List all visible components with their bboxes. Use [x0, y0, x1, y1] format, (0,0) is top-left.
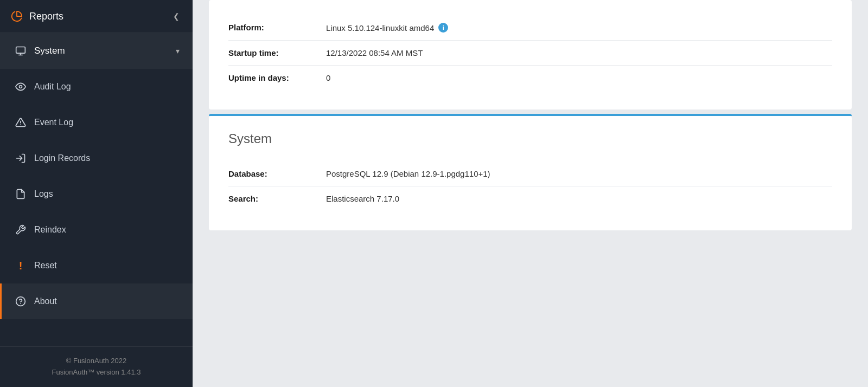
startup-time-label: Startup time: [228, 48, 326, 57]
sidebar-item-event-log-label: Event Log [34, 118, 180, 127]
sidebar: Reports ❮ System ▾ A [0, 0, 193, 387]
sidebar-item-reindex-label: Reindex [34, 225, 180, 235]
platform-row: Platform: Linux 5.10.124-linuxkit amd64 … [228, 15, 832, 41]
lower-card-wrapper: System Database: PostgreSQL 12.9 (Debian… [209, 114, 852, 230]
upper-card: Platform: Linux 5.10.124-linuxkit amd64 … [209, 0, 852, 109]
sidebar-item-logs[interactable]: Logs [0, 176, 193, 212]
startup-time-row: Startup time: 12/13/2022 08:54 AM MST [228, 41, 832, 66]
startup-time-value: 12/13/2022 08:54 AM MST [326, 48, 423, 57]
uptime-value: 0 [326, 73, 330, 82]
search-row: Search: Elasticsearch 7.17.0 [228, 186, 832, 211]
sidebar-item-audit-log-label: Audit Log [34, 82, 180, 92]
sidebar-nav: System ▾ Audit Log Event Log [0, 33, 193, 346]
sidebar-item-event-log[interactable]: Event Log [0, 105, 193, 140]
sidebar-item-about[interactable]: About [0, 283, 193, 319]
platform-value: Linux 5.10.124-linuxkit amd64 i [326, 23, 448, 33]
file-icon [15, 188, 27, 200]
sidebar-header-left: Reports [11, 10, 63, 22]
database-value: PostgreSQL 12.9 (Debian 12.9-1.pgdg110+1… [326, 169, 490, 178]
sidebar-footer: © FusionAuth 2022 FusionAuth™ version 1.… [0, 346, 193, 387]
system-section-title: System [228, 131, 832, 146]
lower-card: System Database: PostgreSQL 12.9 (Debian… [209, 116, 852, 230]
exclamation-icon: ! [15, 260, 27, 272]
platform-text: Linux 5.10.124-linuxkit amd64 [326, 23, 434, 33]
sidebar-collapse-button[interactable]: ❮ [171, 10, 182, 23]
monitor-icon [15, 45, 27, 57]
platform-info-icon[interactable]: i [438, 23, 448, 33]
help-circle-icon [15, 295, 27, 307]
search-value: Elasticsearch 7.17.0 [326, 194, 399, 203]
sidebar-item-login-records-label: Login Records [34, 153, 180, 163]
sidebar-item-audit-log[interactable]: Audit Log [0, 69, 193, 105]
sidebar-item-system-label: System [34, 46, 168, 56]
sidebar-item-login-records[interactable]: Login Records [0, 140, 193, 176]
database-label: Database: [228, 169, 326, 178]
search-label: Search: [228, 194, 326, 203]
reports-icon [11, 10, 23, 22]
wrench-icon [15, 224, 27, 236]
sidebar-title: Reports [29, 11, 63, 22]
login-arrow-icon [15, 152, 27, 164]
chevron-down-icon: ▾ [176, 47, 180, 55]
sidebar-item-reset[interactable]: ! Reset [0, 248, 193, 283]
database-row: Database: PostgreSQL 12.9 (Debian 12.9-1… [228, 162, 832, 186]
copyright-text: © FusionAuth 2022 [11, 356, 182, 367]
sidebar-item-system[interactable]: System ▾ [0, 33, 193, 69]
eye-icon [15, 81, 27, 93]
sidebar-item-reset-label: Reset [34, 261, 180, 270]
svg-point-3 [20, 86, 22, 88]
sidebar-item-about-label: About [34, 296, 180, 306]
sidebar-item-logs-label: Logs [34, 189, 180, 199]
main-content: Platform: Linux 5.10.124-linuxkit amd64 … [193, 0, 868, 387]
svg-rect-0 [16, 47, 25, 54]
upper-card-body: Platform: Linux 5.10.124-linuxkit amd64 … [209, 0, 852, 109]
uptime-row: Uptime in days: 0 [228, 66, 832, 90]
uptime-label: Uptime in days: [228, 73, 326, 82]
platform-label: Platform: [228, 23, 326, 32]
sidebar-item-reindex[interactable]: Reindex [0, 212, 193, 248]
version-text: FusionAuth™ version 1.41.3 [11, 367, 182, 378]
lower-card-body: System Database: PostgreSQL 12.9 (Debian… [209, 116, 852, 230]
warning-triangle-icon [15, 117, 27, 128]
sidebar-header: Reports ❮ [0, 0, 193, 33]
